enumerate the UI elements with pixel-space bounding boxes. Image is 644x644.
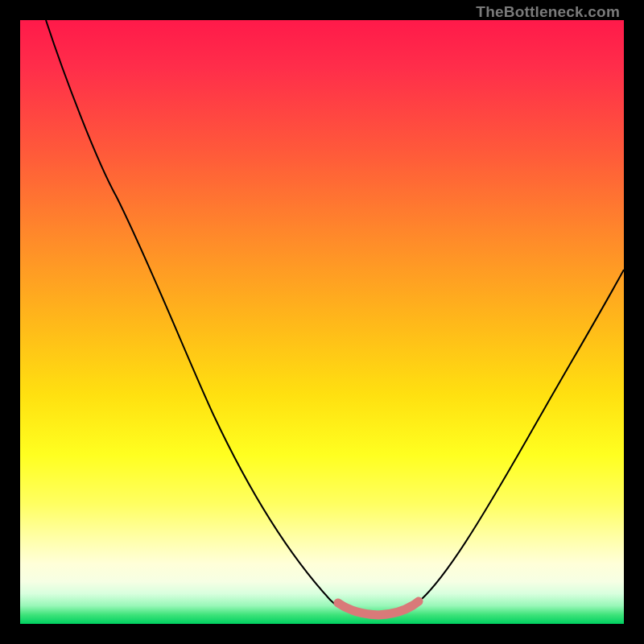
plot-area (20, 20, 624, 624)
black-curve (46, 20, 624, 616)
curve-layer (20, 20, 624, 624)
chart-frame: TheBottleneck.com (0, 0, 644, 644)
watermark-text: TheBottleneck.com (476, 3, 620, 21)
pink-highlight (338, 601, 419, 615)
